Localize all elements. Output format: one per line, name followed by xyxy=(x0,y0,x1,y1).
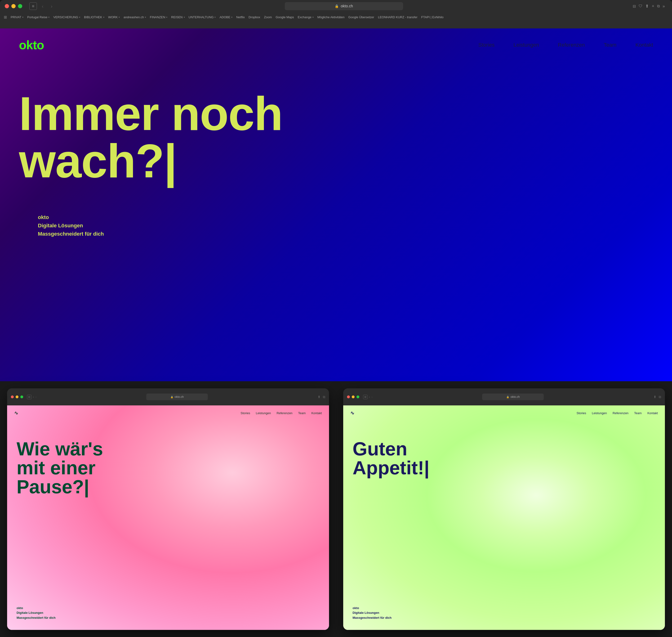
minimize-button[interactable] xyxy=(11,4,16,8)
main-browser-window: ⊞ ‹ › 🔒 okto.ch ⊟ 🛡 ⬆ + ⧉ » ⊞ xyxy=(0,0,672,391)
tablet-green-logo[interactable]: ∿ xyxy=(350,410,354,416)
tablet-pink-nav-leistungen[interactable]: Leistungen xyxy=(256,411,271,415)
tablet-green-nav-icons: ⊞ ‹ › xyxy=(363,395,373,399)
bookmark-aktivitaeten[interactable]: Mögliche Aktivitäten xyxy=(317,15,344,19)
tablet-pink-duplicate[interactable]: ⧉ xyxy=(323,395,325,399)
tablet-green-minimize[interactable] xyxy=(352,396,355,398)
bookmark-googlemaps[interactable]: Google Maps xyxy=(276,15,294,19)
tablet-pink-share[interactable]: ⬆ xyxy=(318,395,320,399)
duplicate-button[interactable]: ⧉ xyxy=(657,4,660,8)
tablet-green-duplicate[interactable]: ⧉ xyxy=(659,395,661,399)
tablet-pink-tagline-1: okto xyxy=(17,606,56,611)
bookmark-finanzen[interactable]: FINANZEN ▾ xyxy=(150,15,167,19)
shield-icon[interactable]: 🛡 xyxy=(639,4,642,8)
bookmark-reisen[interactable]: REISEN ▾ xyxy=(171,15,185,19)
tagline-line1: okto xyxy=(38,213,672,221)
tablet-pink-site-nav: ∿ Stories Leistungen Referenzen Team Kon… xyxy=(7,405,329,421)
tablet-green-site-nav: ∿ Stories Leistungen Referenzen Team Kon… xyxy=(343,405,665,421)
maximize-button[interactable] xyxy=(18,4,22,8)
tablet-pink-address-area: 🔒 okto.ch xyxy=(38,394,316,400)
bookmark-work[interactable]: WORK ▾ xyxy=(108,15,120,19)
bottom-section: ⊞ ‹ › 🔒 okto.ch ⬆ ⧉ ∿ xyxy=(0,381,672,637)
tablet-green-tagline-2: Digitale Lösungen xyxy=(353,611,392,616)
reader-icon[interactable]: ⊟ xyxy=(633,4,636,8)
tablet-pink-nav-referenzen[interactable]: Referenzen xyxy=(277,411,292,415)
lock-icon: 🔒 xyxy=(335,4,339,8)
tablet-pink-site: ∿ Stories Leistungen Referenzen Team Kon… xyxy=(7,405,329,630)
tablet-green-tagline-1: okto xyxy=(353,606,392,611)
tablet-pink-logo[interactable]: ∿ xyxy=(14,410,18,416)
bookmark-bibliothek[interactable]: BIBLIOTHEK ▾ xyxy=(84,15,105,19)
bookmark-zoom[interactable]: Zoom xyxy=(264,15,272,19)
tablet-pink-tagline-2: Digitale Lösungen xyxy=(17,611,56,616)
tablet-pink-chrome: ⊞ ‹ › 🔒 okto.ch ⬆ ⧉ xyxy=(7,388,329,405)
tablet-green-nav-stories[interactable]: Stories xyxy=(577,411,586,415)
nav-team[interactable]: Team xyxy=(604,42,617,48)
hero-headline: Immer nochwach?| xyxy=(19,90,303,185)
nav-referenzen[interactable]: Referenzen xyxy=(558,42,585,48)
tablet-green-back[interactable]: ‹ xyxy=(369,395,370,399)
tablet-green-maximize[interactable] xyxy=(356,396,359,398)
nav-kontakt[interactable]: Kontakt xyxy=(635,42,653,48)
forward-button[interactable]: › xyxy=(48,3,55,10)
tablet-pink-traffic-lights xyxy=(11,396,23,398)
tablet-pink-maximize[interactable] xyxy=(20,396,23,398)
tablet-pink-minimize[interactable] xyxy=(16,396,18,398)
tablet-green-nav-referenzen[interactable]: Referenzen xyxy=(613,411,629,415)
nav-stories[interactable]: Stories xyxy=(479,42,494,48)
address-bar[interactable]: 🔒 okto.ch xyxy=(285,2,403,10)
tablet-green-close[interactable] xyxy=(347,396,350,398)
bookmark-netflix[interactable]: Netflix xyxy=(236,15,245,19)
close-button[interactable] xyxy=(5,4,9,8)
tablet-green-nav-leistungen[interactable]: Leistungen xyxy=(592,411,607,415)
bookmark-ftapi[interactable]: FTAPI | ExNihilo xyxy=(421,15,444,19)
tablet-pink-nav-team[interactable]: Team xyxy=(298,411,306,415)
tablet-pink-address-bar[interactable]: 🔒 okto.ch xyxy=(146,394,208,400)
tablet-pink-back[interactable]: ‹ xyxy=(33,395,34,399)
bookmark-unterhaltung[interactable]: UNTERHALTUNG ▾ xyxy=(189,15,216,19)
tablet-pink-close[interactable] xyxy=(11,396,14,398)
back-button[interactable]: ‹ xyxy=(39,3,46,10)
bookmark-exchange[interactable]: Exchange ▾ xyxy=(298,15,314,19)
traffic-lights xyxy=(5,4,22,8)
tablet-pink-nav-stories[interactable]: Stories xyxy=(241,411,250,415)
bookmark-andreashen[interactable]: andreashen.ch ▾ xyxy=(124,15,146,19)
tablet-green-nav-links: Stories Leistungen Referenzen Team Konta… xyxy=(577,411,658,415)
bookmark-portugal[interactable]: Portugal Reise ▾ xyxy=(27,15,50,19)
bookmark-adobe[interactable]: ADOBE ▾ xyxy=(220,15,232,19)
browser-titlebar: ⊞ ‹ › 🔒 okto.ch ⊟ 🛡 ⬆ + ⧉ » xyxy=(0,0,672,12)
address-bar-area: 🔒 okto.ch xyxy=(57,2,630,10)
tablet-pink-tagline: okto Digitale Lösungen Massgeschneidert … xyxy=(17,606,56,620)
tablet-green-nav-team[interactable]: Team xyxy=(634,411,642,415)
tagline-line2: Digitale Lösungen xyxy=(38,221,672,230)
share-button[interactable]: ⬆ xyxy=(645,3,649,9)
nav-leistungen[interactable]: Leistungen xyxy=(514,42,539,48)
bookmark-google-translate[interactable]: Google Übersetzer xyxy=(349,15,374,19)
tablet-pink-forward[interactable]: › xyxy=(36,395,37,399)
tablet-green-share[interactable]: ⬆ xyxy=(654,395,656,399)
site-nav-links: Stories Leistungen Referenzen Team Konta… xyxy=(479,42,653,48)
new-tab-button[interactable]: + xyxy=(652,4,654,9)
more-button[interactable]: » xyxy=(662,4,665,9)
browser-actions: ⊟ 🛡 ⬆ + ⧉ » xyxy=(633,3,665,9)
bookmark-versicherung[interactable]: VERSICHERUNG ▾ xyxy=(53,15,80,19)
url-display: okto.ch xyxy=(341,4,353,8)
tablet-green-nav-kontakt[interactable]: Kontakt xyxy=(647,411,658,415)
tablet-green-actions: ⬆ ⧉ xyxy=(654,395,661,399)
bookmark-dropbox[interactable]: Dropbox xyxy=(248,15,260,19)
tablet-green-address-bar[interactable]: 🔒 okto.ch xyxy=(482,394,544,400)
site-navigation: okto Stories Leistungen Referenzen Team … xyxy=(0,29,672,61)
tablet-pink-sidebar-icon: ⊞ xyxy=(27,395,32,399)
site-logo[interactable]: okto xyxy=(19,38,44,52)
bookmark-leonhard[interactable]: LEONHARD KURZ - transfer xyxy=(378,15,417,19)
tablet-green-forward[interactable]: › xyxy=(371,395,373,399)
sidebar-icon[interactable]: ⊞ xyxy=(29,2,37,10)
bookmark-privat[interactable]: PRIVAT ▾ xyxy=(11,15,23,19)
tablet-green-hero: GutenAppetit!| xyxy=(343,421,665,487)
tablet-pink-nav-kontakt[interactable]: Kontakt xyxy=(311,411,322,415)
tablet-green-traffic-lights xyxy=(347,396,359,398)
tablet-pink-tagline-3: Massgeschneidert für dich xyxy=(17,616,56,620)
tablet-pink-nav-links: Stories Leistungen Referenzen Team Konta… xyxy=(241,411,322,415)
bookmarks-icon: ⊞ xyxy=(4,15,7,19)
tablet-green-address-area: 🔒 okto.ch xyxy=(374,394,652,400)
